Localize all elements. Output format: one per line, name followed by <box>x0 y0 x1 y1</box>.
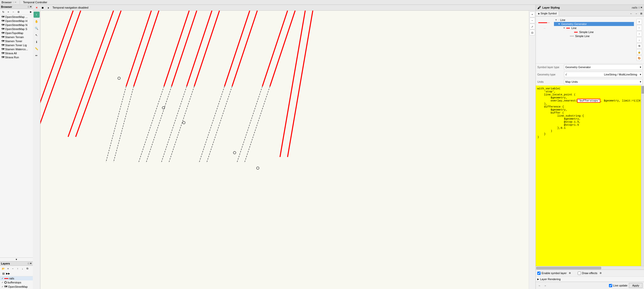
tree-copy-btn[interactable]: ⧉ <box>636 43 642 49</box>
browser-refresh-btn[interactable]: ↻ <box>1 10 6 14</box>
history-fwd-btn[interactable]: → <box>543 283 547 288</box>
layer-item-bufferstops[interactable]: ✓ bufferstops <box>0 280 33 284</box>
enable-symbol-settings-btn[interactable]: ⚙ <box>568 271 572 275</box>
layer-item-rails[interactable]: ✓ rails <box>0 276 33 280</box>
layer-item-openstreetmap[interactable]: ✓ 🗺 OpenStreetMap <box>0 284 33 289</box>
code-editor[interactable]: with_variable( 'stop', line_locate_point… <box>536 86 641 266</box>
symbol-layer-type-select[interactable]: Geometry Generator ▼ <box>564 64 642 70</box>
osm1-icon: 🗺 <box>2 15 4 18</box>
symbol-dots: ... <box>544 27 546 29</box>
tree-remove-btn[interactable]: − <box>636 25 642 31</box>
tree-right-tools: + − ↑ ↓ ⧉ 🔒 🎨 <box>636 18 642 62</box>
layers-down-btn[interactable]: ↓ <box>20 266 25 271</box>
symbol-layer-type-value[interactable]: Geometry Generator <box>564 64 642 70</box>
osm2-label: OpenStreetMap H <box>5 19 27 22</box>
map-measure-btn[interactable]: 📏 <box>34 46 40 52</box>
browser-settings-btn[interactable]: ⚙ <box>16 10 21 14</box>
map-info-btn[interactable]: i <box>34 12 40 18</box>
browser-header-title: Browser <box>1 5 12 8</box>
browser-item-stamen-waterco[interactable]: 🗺 Stamen Waterco... <box>0 47 33 51</box>
layers-more-btn[interactable]: ▶▶ <box>6 271 10 276</box>
layers-duplicate-btn[interactable]: ⧉ <box>25 266 30 271</box>
geometry-type-text: LineString / MultiLineString <box>604 73 637 76</box>
stamen-toner-lig-icon: 🗺 <box>2 44 4 47</box>
map-zoom-btn[interactable]: 🔍 <box>34 25 40 31</box>
draw-effects-checkbox[interactable] <box>578 272 581 275</box>
layer-rendering-row[interactable]: ▶ Layer Rendering <box>536 276 644 282</box>
styling-history-back[interactable]: ← <box>629 11 633 16</box>
browser-scroll-right[interactable]: ▶ <box>30 11 32 13</box>
styling-controls: □ ✕ <box>638 6 642 9</box>
layers-remove-btn[interactable]: − <box>11 266 15 271</box>
code-h-scrollbar[interactable] <box>536 266 644 270</box>
tab-single-symbol-label: Single Symbol <box>541 12 557 15</box>
layers-group-btn[interactable]: ▤ <box>1 271 6 276</box>
tree-simple-line[interactable]: Simple Line <box>562 30 634 34</box>
tab-single-symbol[interactable]: ◈ Single Symbol <box>536 11 559 16</box>
tree-line-node[interactable]: ▼ ·· Line <box>554 18 634 22</box>
layers-open-btn[interactable]: 📂 <box>1 266 6 271</box>
browser-item-osm3[interactable]: 🗺 OpenStreetMap N <box>0 23 33 27</box>
title-separator <box>20 1 20 4</box>
map-right-toolbar: + − ⤢ ⊡ <box>529 11 536 289</box>
styling-panel-icon: 🖌 <box>537 6 541 10</box>
symbol-tree-items: ▼ ·· Line ▼ Geometry Generator ▼ Line <box>554 18 634 38</box>
temporal-play-btn[interactable]: ⏵ <box>46 5 51 10</box>
browser-item-osm2[interactable]: 🗺 OpenStreetMap H <box>0 19 33 23</box>
code-v-scrollbar[interactable] <box>641 86 644 266</box>
temporal-title: Temporal Controller <box>23 1 47 4</box>
browser-item-stamen-toner[interactable]: 🗺 Stamen Toner <box>0 39 33 43</box>
tree-up-btn[interactable]: ↑ <box>636 31 642 37</box>
opentopomap-icon: 🗺 <box>2 32 4 35</box>
tree-add-btn[interactable]: + <box>636 19 642 24</box>
units-value[interactable]: Map Units <box>564 79 642 85</box>
browser-item-strava-run[interactable]: 🗺 Strava Run <box>0 55 33 59</box>
layers-add-btn[interactable]: + <box>6 266 10 271</box>
temporal-close-btn[interactable]: ✕ <box>34 5 39 10</box>
tree-simple-line2-label: Simple Line <box>575 35 590 38</box>
history-back-btn[interactable]: ← <box>537 283 542 288</box>
browser-item-strava-all[interactable]: 🗺 Strava All <box>0 51 33 55</box>
browser-collapse-btn[interactable]: − <box>11 10 16 14</box>
draw-effects-settings-btn[interactable]: ⚙ <box>598 271 603 275</box>
units-select[interactable]: Map Units ▼ <box>564 79 642 85</box>
apply-button[interactable]: Apply <box>629 283 642 288</box>
styling-history-fwd[interactable]: → <box>634 11 638 16</box>
tree-color-btn[interactable]: 🎨 <box>636 55 642 61</box>
browser-item-opentopomap[interactable]: 🗺 OpenTopoMap <box>0 31 33 35</box>
tree-simple-line2[interactable]: Simple Line <box>562 34 634 38</box>
map-annotation-btn[interactable]: ✏ <box>34 52 40 59</box>
enable-symbol-checkbox[interactable] <box>537 272 541 275</box>
geometry-type-value[interactable]: √ LineString / MultiLineString <box>564 72 642 77</box>
styling-dock-btn[interactable]: ⊞ <box>639 11 643 16</box>
browser-item-osm1[interactable]: 🗺 OpenStreetMap ... <box>0 15 33 19</box>
tree-lock-btn[interactable]: 🔒 <box>636 49 642 55</box>
tree-line2-icon <box>566 28 570 29</box>
symbol-layer-type-label: Symbol layer type <box>537 66 563 69</box>
tree-line-node2[interactable]: ▼ Line <box>562 26 634 30</box>
browser-item-stamen-terrain[interactable]: 🗺 Stamen Terrain <box>0 35 33 39</box>
map-zoom-layer-btn[interactable]: ⊡ <box>529 30 535 35</box>
browser-item-stamen-toner-lig[interactable]: 🗺 Stamen Toner Lig <box>0 43 33 47</box>
browser-scroll-down[interactable]: ▼ <box>15 258 18 261</box>
live-update-label: Live update <box>613 284 628 287</box>
tree-geometry-generator[interactable]: ▼ Geometry Generator <box>554 22 634 26</box>
map-pan-btn[interactable]: ✋ <box>34 18 40 24</box>
map-zoom-full-btn[interactable]: ⤢ <box>529 24 535 29</box>
layer-bufferstops-icon <box>4 281 7 284</box>
map-zoom-in-btn[interactable]: + <box>529 12 535 17</box>
osm4-label: OpenStreetMap S <box>5 28 27 31</box>
layer-rendering-expand-icon: ▶ <box>537 278 539 280</box>
browser-add-btn[interactable]: + <box>6 10 11 14</box>
map-zoom-out-btn[interactable]: − <box>529 18 535 23</box>
map-identify-btn[interactable]: ℹ <box>34 39 40 45</box>
geometry-type-select[interactable]: √ LineString / MultiLineString ▼ <box>564 72 642 77</box>
layers-up-btn[interactable]: ↑ <box>15 266 20 271</box>
browser-item-osm4[interactable]: 🗺 OpenStreetMap S <box>0 27 33 31</box>
tree-down-btn[interactable]: ↓ <box>636 37 642 43</box>
map-select-btn[interactable]: ↖ <box>34 32 40 38</box>
live-update-checkbox[interactable] <box>609 284 612 287</box>
temporal-stop-btn[interactable]: ⏹ <box>40 5 45 10</box>
strava-run-icon: 🗺 <box>2 56 4 59</box>
map-canvas <box>40 11 529 289</box>
